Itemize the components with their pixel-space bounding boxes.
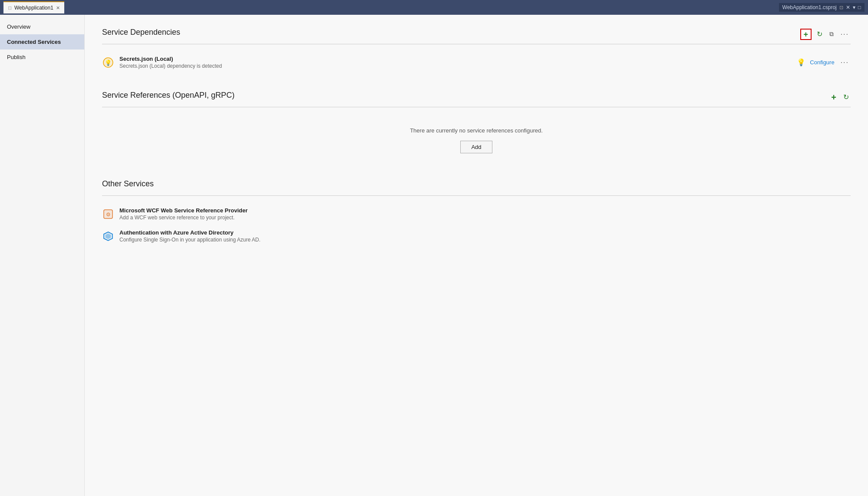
wcf-desc: Add a WCF web service reference to your … (119, 215, 851, 221)
other-services-title: Other Services (102, 179, 154, 188)
secrets-json-info: Secrets.json (Local) Secrets.json (Local… (119, 56, 797, 69)
add-service-reference-button[interactable]: Add (460, 141, 492, 153)
service-references-header: Service References (OpenAPI, gRPC) + ↻ (102, 91, 851, 103)
svg-text:⚙: ⚙ (106, 212, 111, 218)
service-dependencies-divider (102, 44, 851, 44)
dots-icon: ··· (841, 30, 849, 38)
service-dependencies-actions: + ↻ ⧉ ··· (800, 29, 851, 40)
project-name-bar: WebApplication1.csproj ⊡ ✕ ▾ □ (779, 3, 865, 12)
wcf-icon: ⚙ (102, 208, 114, 220)
plus-icon: + (803, 30, 808, 38)
share-dependencies-button[interactable]: ⧉ (828, 30, 835, 39)
azure-ad-item: Authentication with Azure Active Directo… (102, 225, 851, 247)
secrets-dots-icon: ··· (841, 59, 849, 66)
secrets-more-button[interactable]: ··· (839, 58, 851, 67)
secrets-json-name: Secrets.json (Local) (119, 56, 797, 62)
secrets-json-desc: Secrets.json (Local) dependency is detec… (119, 63, 797, 69)
empty-message: There are currently no service reference… (102, 127, 851, 134)
title-bar-left: ⊡ WebApplication1 ✕ (3, 1, 64, 13)
azure-ad-info: Authentication with Azure Active Directo… (119, 229, 851, 243)
tab-pin-icon: ⊡ (8, 5, 12, 11)
wcf-name: Microsoft WCF Web Service Reference Prov… (119, 207, 851, 214)
refresh-ref-icon: ↻ (843, 93, 849, 101)
maximize-icon[interactable]: □ (858, 4, 861, 10)
sidebar-item-connected-services[interactable]: Connected Services (0, 34, 84, 50)
chevron-down-icon[interactable]: ▾ (853, 4, 855, 10)
sidebar-item-publish-label: Publish (7, 54, 26, 60)
secrets-json-item: 💡 Secrets.json (Local) Secrets.json (Loc… (102, 51, 851, 73)
add-dependency-button[interactable]: + (800, 29, 812, 40)
dependencies-more-button[interactable]: ··· (839, 30, 851, 39)
project-name-label: WebApplication1.csproj (782, 4, 837, 10)
service-dependencies-section: Service Dependencies + ↻ ⧉ ··· (102, 28, 851, 73)
tab-close-icon[interactable]: ✕ (56, 5, 60, 11)
title-bar-right: WebApplication1.csproj ⊡ ✕ ▾ □ (779, 3, 865, 12)
wcf-info: Microsoft WCF Web Service Reference Prov… (119, 207, 851, 221)
content-area: Service Dependencies + ↻ ⧉ ··· (85, 15, 868, 496)
refresh-references-button[interactable]: ↻ (842, 92, 851, 102)
azure-ad-desc: Configure Single Sign-On in your applica… (119, 237, 851, 243)
project-close-icon[interactable]: ✕ (846, 4, 850, 10)
other-services-section: Other Services ⚙ Microsoft WCF Web Servi… (102, 179, 851, 247)
service-references-actions: + ↻ (829, 92, 851, 102)
service-references-divider (102, 107, 851, 107)
secrets-icon-svg: 💡 (103, 57, 113, 68)
refresh-icon: ↻ (817, 30, 822, 38)
service-dependencies-header: Service Dependencies + ↻ ⧉ ··· (102, 28, 851, 40)
editor-tab[interactable]: ⊡ WebApplication1 ✕ (3, 1, 64, 13)
sidebar: Overview Connected Services Publish (0, 15, 85, 496)
service-references-section: Service References (OpenAPI, gRPC) + ↻ T… (102, 91, 851, 162)
azure-ad-name: Authentication with Azure Active Directo… (119, 229, 851, 236)
wcf-item: ⚙ Microsoft WCF Web Service Reference Pr… (102, 203, 851, 225)
wcf-icon-svg: ⚙ (103, 209, 113, 219)
svg-text:💡: 💡 (105, 59, 112, 66)
secrets-json-icon: 💡 (102, 56, 114, 69)
tab-label: WebApplication1 (14, 5, 53, 11)
sidebar-item-overview[interactable]: Overview (0, 19, 84, 34)
service-references-empty: There are currently no service reference… (102, 114, 851, 162)
service-dependencies-title: Service Dependencies (102, 28, 180, 37)
sidebar-item-publish[interactable]: Publish (0, 50, 84, 65)
secrets-bulb-icon: 💡 (797, 58, 805, 66)
title-bar: ⊡ WebApplication1 ✕ WebApplication1.cspr… (0, 0, 868, 15)
other-services-header: Other Services (102, 179, 851, 192)
sidebar-item-overview-label: Overview (7, 23, 30, 30)
azure-ad-icon (102, 230, 114, 242)
add-reference-button[interactable]: + (829, 93, 838, 102)
project-pin-icon: ⊡ (839, 5, 843, 10)
main-layout: Overview Connected Services Publish Serv… (0, 15, 868, 496)
add-ref-plus-icon: + (831, 93, 836, 102)
sidebar-item-connected-services-label: Connected Services (7, 39, 61, 45)
share-icon: ⧉ (829, 30, 834, 38)
other-services-divider (102, 195, 851, 196)
service-references-title: Service References (OpenAPI, gRPC) (102, 91, 234, 100)
configure-link[interactable]: Configure (810, 59, 834, 66)
refresh-dependencies-button[interactable]: ↻ (815, 29, 824, 39)
secrets-json-actions: 💡 Configure ··· (797, 58, 851, 67)
azure-icon-svg (103, 231, 113, 241)
